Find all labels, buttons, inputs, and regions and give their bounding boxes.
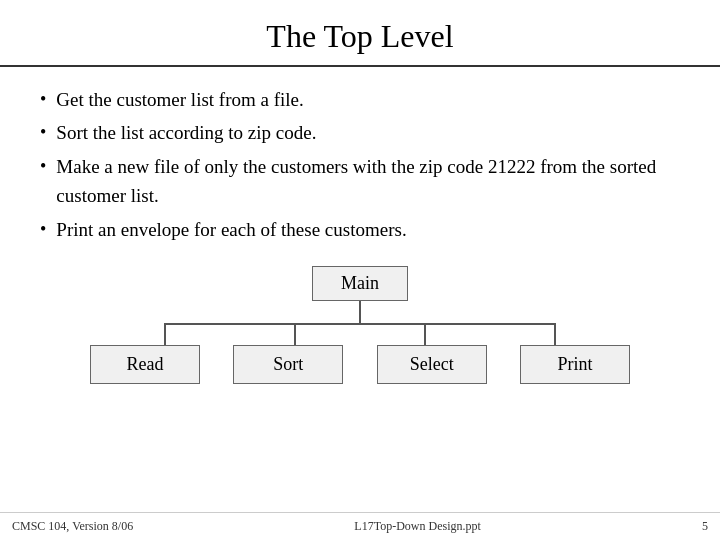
list-item: • Sort the list according to zip code. <box>40 118 680 147</box>
list-item: • Print an envelope for each of these cu… <box>40 215 680 244</box>
bullet-text: Sort the list according to zip code. <box>56 118 316 147</box>
content-area: • Get the customer list from a file. • S… <box>0 67 720 512</box>
diagram-child-print: Print <box>520 345 630 384</box>
bullet-text: Print an envelope for each of these cust… <box>56 215 406 244</box>
diagram-child-read: Read <box>90 345 200 384</box>
line-main-down <box>359 301 361 323</box>
list-item: • Make a new file of only the customers … <box>40 152 680 211</box>
tree-connector <box>100 301 620 345</box>
bullet-dot: • <box>40 86 46 114</box>
line-drop-3 <box>424 323 426 345</box>
diagram-area: Main Read Sort Select Print <box>40 266 680 384</box>
footer-right: 5 <box>702 519 708 534</box>
bullet-dot: • <box>40 153 46 181</box>
line-drop-4 <box>554 323 556 345</box>
bullet-text: Get the customer list from a file. <box>56 85 303 114</box>
bullet-list: • Get the customer list from a file. • S… <box>40 85 680 244</box>
bullet-dot: • <box>40 119 46 147</box>
line-drop-1 <box>164 323 166 345</box>
title-area: The Top Level <box>0 0 720 67</box>
footer-left: CMSC 104, Version 8/06 <box>12 519 133 534</box>
line-horiz <box>164 323 556 325</box>
diagram-child-sort: Sort <box>233 345 343 384</box>
children-row: Read Sort Select Print <box>90 345 630 384</box>
diagram-root-node: Main <box>312 266 408 301</box>
list-item: • Get the customer list from a file. <box>40 85 680 114</box>
diagram-child-select: Select <box>377 345 487 384</box>
slide: The Top Level • Get the customer list fr… <box>0 0 720 540</box>
bullet-dot: • <box>40 216 46 244</box>
footer-center: L17Top-Down Design.ppt <box>354 519 480 534</box>
footer: CMSC 104, Version 8/06 L17Top-Down Desig… <box>0 512 720 540</box>
slide-title: The Top Level <box>40 18 680 55</box>
line-drop-2 <box>294 323 296 345</box>
bullet-text: Make a new file of only the customers wi… <box>56 152 680 211</box>
